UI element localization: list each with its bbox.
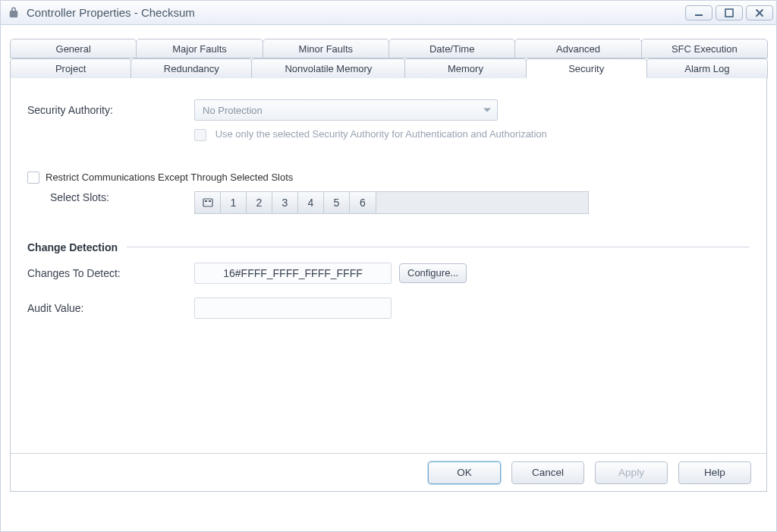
maximize-button[interactable] <box>716 5 743 20</box>
tab-alarm-log[interactable]: Alarm Log <box>646 58 768 78</box>
tab-sfc-execution[interactable]: SFC Execution <box>641 39 768 58</box>
minimize-button[interactable] <box>685 5 713 20</box>
select-slots-label: Select Slots: <box>27 191 194 203</box>
tab-label: Minor Faults <box>299 43 354 55</box>
button-label: Help <box>704 467 725 478</box>
tab-major-faults[interactable]: Major Faults <box>136 39 263 58</box>
security-authority-dropdown[interactable]: No Protection <box>194 99 498 121</box>
tab-panel-security: Security Authority: No Protection Use on… <box>10 78 767 492</box>
slot-button[interactable]: 5 <box>324 192 350 213</box>
tab-security[interactable]: Security <box>526 58 647 78</box>
chevron-down-icon <box>483 109 491 112</box>
restrict-communications-label: Restrict Communications Except Through S… <box>46 172 293 183</box>
restrict-communications-checkbox[interactable] <box>27 172 39 184</box>
tab-label: Redundancy <box>164 63 219 74</box>
change-detection-title: Change Detection <box>27 241 118 253</box>
slots-empty-area <box>376 191 589 214</box>
tab-label: Memory <box>448 63 483 74</box>
slot-button[interactable]: 4 <box>298 192 324 213</box>
tab-label: General <box>56 43 91 55</box>
security-authority-label: Security Authority: <box>27 104 194 116</box>
changes-to-detect-value: 16#FFFF_FFFF_FFFF_FFFF <box>194 263 392 284</box>
button-label: Cancel <box>532 467 564 478</box>
ok-button[interactable]: OK <box>428 461 501 484</box>
button-label: Configure... <box>407 267 458 279</box>
apply-button[interactable]: Apply <box>595 461 668 484</box>
slot-button[interactable]: 3 <box>272 192 298 213</box>
slot-button[interactable]: 2 <box>247 192 272 213</box>
dropdown-value: No Protection <box>203 105 263 116</box>
tab-label: Project <box>55 63 86 74</box>
use-only-security-authority-checkbox[interactable] <box>194 129 206 141</box>
slot-button[interactable]: 1 <box>221 192 247 213</box>
button-label: OK <box>457 467 472 478</box>
svg-rect-4 <box>209 200 211 202</box>
value-text: 16#FFFF_FFFF_FFFF_FFFF <box>223 267 363 279</box>
window-title: Controller Properties - Checksum <box>27 6 195 19</box>
cancel-button[interactable]: Cancel <box>511 461 584 484</box>
slot-label: 4 <box>308 197 314 209</box>
close-button[interactable] <box>746 5 773 20</box>
tab-label: Date/Time <box>429 43 474 55</box>
use-only-security-authority-label: Use only the selected Security Authority… <box>215 128 547 140</box>
tab-redundancy[interactable]: Redundancy <box>131 58 252 78</box>
svg-rect-1 <box>725 9 733 17</box>
audit-value-field <box>194 297 392 319</box>
tab-date-time[interactable]: Date/Time <box>388 39 515 58</box>
section-divider <box>127 247 750 247</box>
changes-to-detect-label: Changes To Detect: <box>27 267 194 279</box>
change-detection-header: Change Detection <box>27 241 750 253</box>
tab-memory[interactable]: Memory <box>404 58 526 78</box>
tab-project[interactable]: Project <box>10 58 131 78</box>
tab-label: Alarm Log <box>684 63 729 74</box>
tab-label: Advanced <box>556 43 600 55</box>
tab-label: SFC Execution <box>672 43 738 55</box>
slot-label: 3 <box>282 197 288 209</box>
app-icon <box>7 6 20 20</box>
tab-general[interactable]: General <box>10 39 137 58</box>
dialog-button-bar: OK Cancel Apply Help <box>11 453 766 491</box>
tab-nonvolatile-memory[interactable]: Nonvolatile Memory <box>251 58 405 78</box>
tab-strip: General Major Faults Minor Faults Date/T… <box>10 39 767 78</box>
titlebar: Controller Properties - Checksum <box>1 1 776 25</box>
tab-label: Security <box>568 63 604 74</box>
svg-rect-0 <box>695 14 703 16</box>
tab-label: Major Faults <box>172 43 227 55</box>
slot-header-icon[interactable] <box>195 192 221 213</box>
select-slots-grid: 1 2 3 4 5 6 <box>194 191 376 214</box>
slot-button[interactable]: 6 <box>350 192 376 213</box>
audit-value-label: Audit Value: <box>27 302 194 314</box>
help-button[interactable]: Help <box>678 461 751 484</box>
slot-label: 1 <box>231 197 237 209</box>
svg-rect-2 <box>203 199 212 206</box>
tab-label: Nonvolatile Memory <box>285 63 372 74</box>
tab-minor-faults[interactable]: Minor Faults <box>263 39 389 58</box>
button-label: Apply <box>618 467 644 478</box>
tab-advanced[interactable]: Advanced <box>514 39 641 58</box>
svg-rect-3 <box>205 200 207 202</box>
slot-label: 5 <box>334 197 340 209</box>
slot-label: 2 <box>256 197 263 209</box>
configure-button[interactable]: Configure... <box>399 263 467 283</box>
slot-label: 6 <box>360 197 366 209</box>
